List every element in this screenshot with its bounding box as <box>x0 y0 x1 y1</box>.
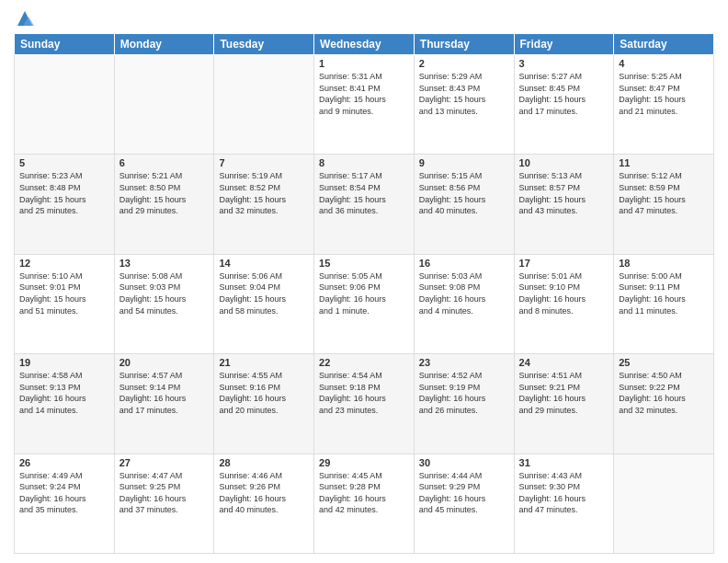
calendar-table: SundayMondayTuesdayWednesdayThursdayFrid… <box>14 33 714 554</box>
day-info: Sunrise: 5:19 AM Sunset: 8:52 PM Dayligh… <box>219 170 309 216</box>
day-number: 5 <box>19 157 109 168</box>
day-info: Sunrise: 5:03 AM Sunset: 9:08 PM Dayligh… <box>419 270 509 316</box>
calendar-day-cell: 11Sunrise: 5:12 AM Sunset: 8:59 PM Dayli… <box>614 155 714 254</box>
day-info: Sunrise: 4:45 AM Sunset: 9:28 PM Dayligh… <box>319 470 409 516</box>
calendar-day-header: Tuesday <box>214 34 314 55</box>
day-number: 6 <box>119 157 210 168</box>
calendar-day-cell: 1Sunrise: 5:31 AM Sunset: 8:41 PM Daylig… <box>314 55 415 155</box>
calendar-week-row: 12Sunrise: 5:10 AM Sunset: 9:01 PM Dayli… <box>15 254 714 353</box>
day-number: 4 <box>619 58 709 69</box>
day-info: Sunrise: 4:44 AM Sunset: 9:29 PM Dayligh… <box>419 470 509 516</box>
day-number: 11 <box>619 157 709 168</box>
day-info: Sunrise: 5:29 AM Sunset: 8:43 PM Dayligh… <box>419 71 509 117</box>
day-info: Sunrise: 5:15 AM Sunset: 8:56 PM Dayligh… <box>419 170 509 216</box>
day-info: Sunrise: 4:52 AM Sunset: 9:19 PM Dayligh… <box>419 370 509 416</box>
day-info: Sunrise: 5:21 AM Sunset: 8:50 PM Dayligh… <box>119 170 210 216</box>
calendar-day-header: Sunday <box>15 34 115 55</box>
day-info: Sunrise: 4:54 AM Sunset: 9:18 PM Dayligh… <box>319 370 409 416</box>
logo <box>14 9 34 28</box>
day-info: Sunrise: 4:57 AM Sunset: 9:14 PM Dayligh… <box>119 370 210 416</box>
calendar-day-cell: 29Sunrise: 4:45 AM Sunset: 9:28 PM Dayli… <box>314 454 415 553</box>
day-info: Sunrise: 5:08 AM Sunset: 9:03 PM Dayligh… <box>119 270 210 316</box>
calendar-day-cell: 21Sunrise: 4:55 AM Sunset: 9:16 PM Dayli… <box>214 354 314 454</box>
day-number: 2 <box>419 58 509 69</box>
day-info: Sunrise: 4:47 AM Sunset: 9:25 PM Dayligh… <box>119 470 210 516</box>
day-number: 21 <box>219 357 309 368</box>
day-info: Sunrise: 5:05 AM Sunset: 9:06 PM Dayligh… <box>319 270 409 316</box>
calendar-week-row: 26Sunrise: 4:49 AM Sunset: 9:24 PM Dayli… <box>15 454 714 553</box>
day-info: Sunrise: 5:27 AM Sunset: 8:45 PM Dayligh… <box>519 71 609 117</box>
day-number: 29 <box>319 457 409 468</box>
calendar-day-cell: 14Sunrise: 5:06 AM Sunset: 9:04 PM Dayli… <box>214 254 314 353</box>
day-number: 10 <box>519 157 609 168</box>
calendar-day-header: Saturday <box>614 34 714 55</box>
day-number: 13 <box>119 258 210 269</box>
calendar-day-cell: 16Sunrise: 5:03 AM Sunset: 9:08 PM Dayli… <box>414 254 514 353</box>
calendar-day-cell: 24Sunrise: 4:51 AM Sunset: 9:21 PM Dayli… <box>514 354 614 454</box>
calendar-day-cell <box>214 55 314 155</box>
day-info: Sunrise: 5:12 AM Sunset: 8:59 PM Dayligh… <box>619 170 709 216</box>
calendar-day-cell: 18Sunrise: 5:00 AM Sunset: 9:11 PM Dayli… <box>614 254 714 353</box>
calendar-day-cell: 27Sunrise: 4:47 AM Sunset: 9:25 PM Dayli… <box>114 454 214 553</box>
calendar-day-cell: 2Sunrise: 5:29 AM Sunset: 8:43 PM Daylig… <box>414 55 514 155</box>
calendar-day-cell: 15Sunrise: 5:05 AM Sunset: 9:06 PM Dayli… <box>314 254 415 353</box>
day-info: Sunrise: 4:51 AM Sunset: 9:21 PM Dayligh… <box>519 370 609 416</box>
calendar-week-row: 1Sunrise: 5:31 AM Sunset: 8:41 PM Daylig… <box>15 55 714 155</box>
day-info: Sunrise: 4:43 AM Sunset: 9:30 PM Dayligh… <box>519 470 609 516</box>
day-number: 1 <box>319 58 409 69</box>
day-number: 8 <box>319 157 409 168</box>
calendar-day-cell: 20Sunrise: 4:57 AM Sunset: 9:14 PM Dayli… <box>114 354 214 454</box>
calendar-week-row: 19Sunrise: 4:58 AM Sunset: 9:13 PM Dayli… <box>15 354 714 454</box>
day-number: 24 <box>519 357 609 368</box>
calendar-day-cell: 6Sunrise: 5:21 AM Sunset: 8:50 PM Daylig… <box>114 155 214 254</box>
day-info: Sunrise: 5:25 AM Sunset: 8:47 PM Dayligh… <box>619 71 709 117</box>
day-number: 31 <box>519 457 609 468</box>
calendar-day-header: Wednesday <box>314 34 415 55</box>
day-number: 9 <box>419 157 509 168</box>
day-number: 22 <box>319 357 409 368</box>
day-number: 30 <box>419 457 509 468</box>
calendar-day-cell: 13Sunrise: 5:08 AM Sunset: 9:03 PM Dayli… <box>114 254 214 353</box>
calendar-day-cell: 17Sunrise: 5:01 AM Sunset: 9:10 PM Dayli… <box>514 254 614 353</box>
calendar-header-row: SundayMondayTuesdayWednesdayThursdayFrid… <box>15 34 714 55</box>
day-number: 26 <box>19 457 109 468</box>
calendar-day-cell: 22Sunrise: 4:54 AM Sunset: 9:18 PM Dayli… <box>314 354 415 454</box>
day-number: 28 <box>219 457 309 468</box>
header <box>14 9 714 28</box>
calendar-day-header: Monday <box>114 34 214 55</box>
day-info: Sunrise: 5:01 AM Sunset: 9:10 PM Dayligh… <box>519 270 609 316</box>
day-info: Sunrise: 5:31 AM Sunset: 8:41 PM Dayligh… <box>319 71 409 117</box>
calendar-day-cell: 26Sunrise: 4:49 AM Sunset: 9:24 PM Dayli… <box>15 454 115 553</box>
calendar-day-header: Thursday <box>414 34 514 55</box>
calendar-day-cell <box>15 55 115 155</box>
calendar-day-cell: 25Sunrise: 4:50 AM Sunset: 9:22 PM Dayli… <box>614 354 714 454</box>
calendar-day-cell: 30Sunrise: 4:44 AM Sunset: 9:29 PM Dayli… <box>414 454 514 553</box>
calendar-day-header: Friday <box>514 34 614 55</box>
day-info: Sunrise: 4:50 AM Sunset: 9:22 PM Dayligh… <box>619 370 709 416</box>
calendar-day-cell: 23Sunrise: 4:52 AM Sunset: 9:19 PM Dayli… <box>414 354 514 454</box>
day-number: 17 <box>519 258 609 269</box>
day-info: Sunrise: 4:58 AM Sunset: 9:13 PM Dayligh… <box>19 370 109 416</box>
day-info: Sunrise: 4:55 AM Sunset: 9:16 PM Dayligh… <box>219 370 309 416</box>
calendar-week-row: 5Sunrise: 5:23 AM Sunset: 8:48 PM Daylig… <box>15 155 714 254</box>
day-number: 16 <box>419 258 509 269</box>
day-info: Sunrise: 5:10 AM Sunset: 9:01 PM Dayligh… <box>19 270 109 316</box>
calendar-day-cell: 5Sunrise: 5:23 AM Sunset: 8:48 PM Daylig… <box>15 155 115 254</box>
day-number: 12 <box>19 258 109 269</box>
day-number: 15 <box>319 258 409 269</box>
day-info: Sunrise: 5:13 AM Sunset: 8:57 PM Dayligh… <box>519 170 609 216</box>
calendar-day-cell: 8Sunrise: 5:17 AM Sunset: 8:54 PM Daylig… <box>314 155 415 254</box>
day-number: 14 <box>219 258 309 269</box>
day-info: Sunrise: 4:49 AM Sunset: 9:24 PM Dayligh… <box>19 470 109 516</box>
calendar-day-cell: 7Sunrise: 5:19 AM Sunset: 8:52 PM Daylig… <box>214 155 314 254</box>
day-number: 18 <box>619 258 709 269</box>
calendar-day-cell: 3Sunrise: 5:27 AM Sunset: 8:45 PM Daylig… <box>514 55 614 155</box>
logo-icon <box>16 9 34 28</box>
day-info: Sunrise: 5:23 AM Sunset: 8:48 PM Dayligh… <box>19 170 109 216</box>
calendar-day-cell: 31Sunrise: 4:43 AM Sunset: 9:30 PM Dayli… <box>514 454 614 553</box>
page: SundayMondayTuesdayWednesdayThursdayFrid… <box>0 0 728 563</box>
calendar-day-cell: 9Sunrise: 5:15 AM Sunset: 8:56 PM Daylig… <box>414 155 514 254</box>
day-number: 25 <box>619 357 709 368</box>
day-number: 19 <box>19 357 109 368</box>
day-number: 27 <box>119 457 210 468</box>
